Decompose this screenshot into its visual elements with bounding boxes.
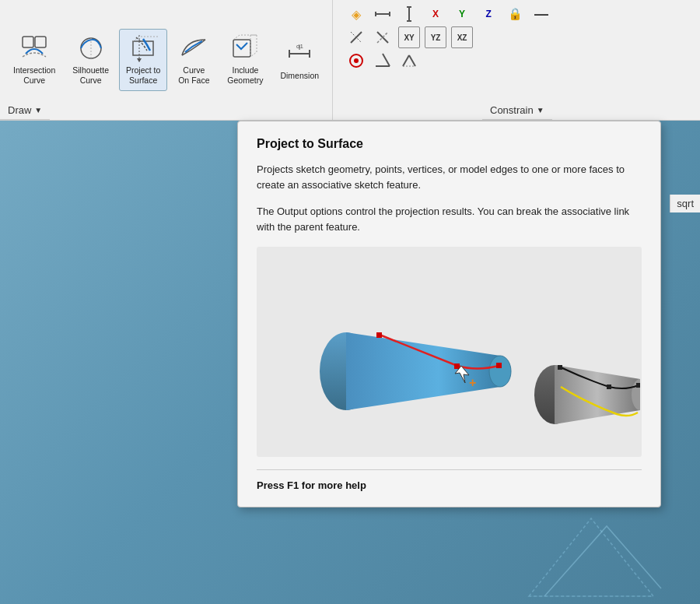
include-geometry-icon <box>229 34 261 65</box>
intersection-curve-button[interactable]: Intersection Curve <box>6 29 62 91</box>
curve-on-face-label: Curve On Face <box>178 65 209 85</box>
curve-on-face-icon <box>178 34 209 65</box>
dimension-label: Dimension <box>280 71 319 81</box>
yz-plane-icon[interactable]: YZ <box>425 26 446 48</box>
constrain-label: Constrain ▼ <box>482 101 552 120</box>
tooltip-title: Project to Surface <box>257 137 642 151</box>
toolbar: Intersection Curve Silhouette Curve <box>0 0 700 121</box>
silhouette-curve-button[interactable]: Silhouette Curve <box>65 29 116 91</box>
include-geometry-label: Include Geometry <box>227 65 263 85</box>
tooltip-desc1: Projects sketch geometry, points, vertic… <box>257 162 642 193</box>
svg-text:d1: d1 <box>296 43 303 50</box>
silhouette-curve-icon <box>75 34 107 65</box>
right-toolbar-row-3 <box>345 50 697 72</box>
svg-rect-41 <box>558 365 562 370</box>
draw-chevron-icon[interactable]: ▼ <box>34 106 42 114</box>
tooltip-footer: Press F1 for more help <box>257 469 642 491</box>
svg-rect-43 <box>636 383 640 388</box>
constrain-text: Constrain <box>490 104 534 116</box>
curve-on-face-button[interactable]: Curve On Face <box>170 29 217 91</box>
illustration-svg: + <box>259 251 640 453</box>
dimension-icon: d1 <box>284 40 315 71</box>
draw-text: Draw <box>8 104 31 116</box>
svg-text:+: + <box>469 376 476 389</box>
intersection-curve-icon <box>19 34 50 65</box>
snap-icon[interactable]: ◈ <box>345 3 367 25</box>
diagonal2-icon[interactable] <box>372 26 394 48</box>
xy-plane-icon[interactable]: XY <box>398 26 420 48</box>
sqrt-label: sqrt <box>670 195 700 212</box>
angled2-icon[interactable] <box>398 50 420 72</box>
right-toolbar-row-1: ◈ X Y Z 🔒 — <box>345 3 697 25</box>
ruler-h-icon[interactable] <box>372 3 394 25</box>
diagonal1-icon[interactable] <box>345 26 367 48</box>
ruler-v-icon[interactable] <box>398 3 420 25</box>
sqrt-text: sqrt <box>677 198 694 209</box>
include-geometry-button[interactable]: Include Geometry <box>220 29 270 91</box>
svg-rect-36 <box>496 363 502 368</box>
xz-plane-icon[interactable]: XZ <box>451 26 473 48</box>
minus-icon[interactable]: — <box>530 3 552 25</box>
project-to-surface-icon <box>128 34 159 65</box>
project-to-surface-label: Project to Surface <box>126 65 160 85</box>
x-axis-icon[interactable]: X <box>425 3 446 25</box>
svg-rect-34 <box>376 332 382 338</box>
svg-point-25 <box>354 58 359 63</box>
dimension-button[interactable]: d1 Dimension <box>273 29 326 91</box>
project-to-surface-button[interactable]: Project to Surface <box>119 29 167 91</box>
y-axis-icon[interactable]: Y <box>451 3 473 25</box>
angled1-icon[interactable] <box>372 50 394 72</box>
constrain-chevron-icon[interactable]: ▼ <box>537 106 544 114</box>
tooltip-popup: Project to Surface Projects sketch geome… <box>237 121 661 507</box>
cad-sketch-bottom <box>513 503 669 604</box>
svg-rect-42 <box>607 385 611 389</box>
svg-rect-0 <box>23 37 33 47</box>
silhouette-curve-label: Silhouette Curve <box>72 65 109 85</box>
svg-rect-1 <box>35 37 46 47</box>
z-axis-icon[interactable]: Z <box>478 3 499 25</box>
intersection-curve-label: Intersection Curve <box>13 65 55 85</box>
svg-line-28 <box>403 55 409 66</box>
tooltip-illustration: + <box>257 247 642 457</box>
draw-label: Draw ▼ <box>0 101 50 120</box>
lock-icon[interactable]: 🔒 <box>504 3 526 25</box>
right-toolbar-row-2: XY YZ XZ <box>345 26 697 48</box>
svg-marker-5 <box>137 58 142 62</box>
cad-sketch-svg <box>513 503 669 604</box>
svg-line-26 <box>383 54 390 66</box>
circle-red-icon[interactable] <box>345 50 367 72</box>
tooltip-desc2: The Output options control the projectio… <box>257 204 642 235</box>
svg-line-29 <box>409 55 415 66</box>
svg-rect-35 <box>454 363 460 369</box>
